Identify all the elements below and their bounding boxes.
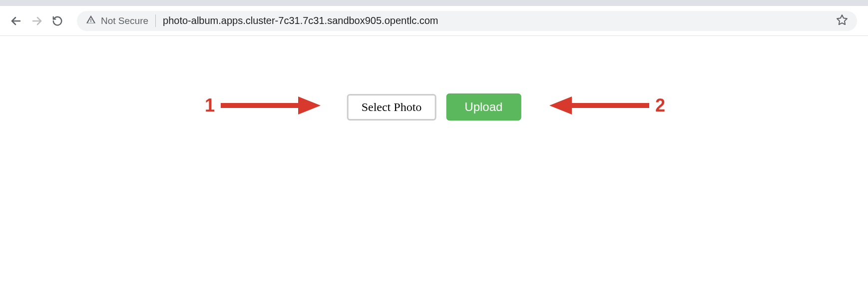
arrow-left-icon	[549, 96, 649, 116]
browser-toolbar: Not Secure photo-album.apps.cluster-7c31…	[0, 6, 868, 36]
warning-icon	[86, 14, 96, 27]
back-icon[interactable]	[10, 15, 22, 27]
nav-buttons	[6, 15, 67, 27]
upload-button[interactable]: Upload	[446, 94, 521, 120]
page-content: 1 Select Photo Upload 2	[0, 36, 868, 306]
tab-bar	[0, 0, 868, 6]
svg-marker-5	[549, 96, 572, 114]
forward-icon[interactable]	[31, 15, 43, 27]
annotation-number-2: 2	[655, 95, 665, 116]
url-text: photo-album.apps.cluster-7c31.7c31.sandb…	[163, 15, 438, 26]
annotation-1: 1	[205, 95, 321, 116]
address-bar[interactable]: Not Secure photo-album.apps.cluster-7c31…	[77, 11, 857, 31]
arrow-right-icon	[221, 96, 321, 116]
button-row: Select Photo Upload	[347, 94, 521, 120]
security-label: Not Secure	[101, 16, 148, 26]
security-indicator[interactable]: Not Secure	[86, 14, 156, 27]
reload-icon[interactable]	[52, 16, 63, 26]
bookmark-star-icon[interactable]	[836, 14, 848, 28]
select-photo-button[interactable]: Select Photo	[347, 94, 436, 120]
annotation-2: 2	[549, 95, 665, 116]
svg-marker-4	[298, 96, 321, 114]
svg-marker-2	[837, 15, 847, 24]
annotation-number-1: 1	[205, 95, 215, 116]
